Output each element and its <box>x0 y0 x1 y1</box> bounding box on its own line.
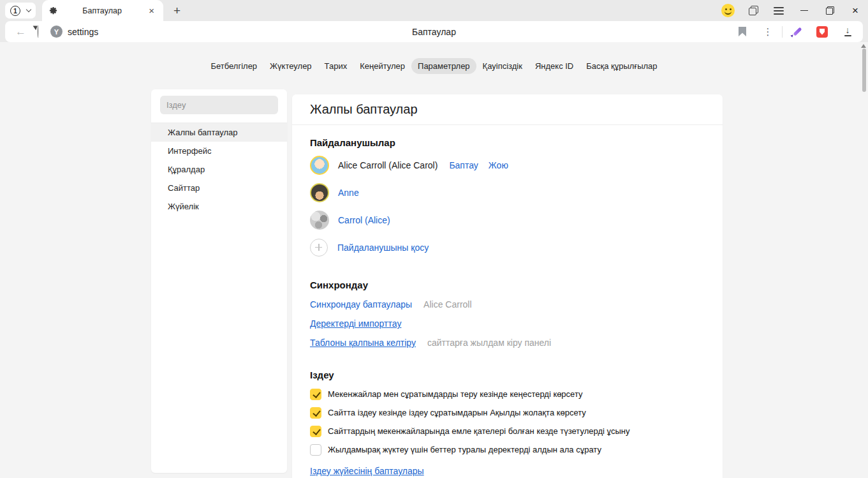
browser-tab-settings[interactable]: Баптаулар × <box>42 0 163 21</box>
smiley-avatar-icon <box>721 4 735 17</box>
sidebar-item-system[interactable]: Жүйелік <box>151 197 287 216</box>
window-minimize-button[interactable] <box>791 0 817 21</box>
sync-section-title: Синхрондау <box>310 280 705 290</box>
tab-title: Баптаулар <box>62 6 142 15</box>
restore-tableau-note: сайттарға жылдам кіру панелі <box>427 338 551 348</box>
topnav-extensions[interactable]: Кеңейтулер <box>353 58 411 74</box>
checkbox[interactable] <box>310 389 321 400</box>
checkbox-row[interactable]: Сайтта іздеу кезінде іздеу сұратымдарын … <box>310 403 705 422</box>
sidebar-item-sites[interactable]: Сайттар <box>151 179 287 197</box>
user-name-link[interactable]: Anne <box>338 188 359 198</box>
user-row: Alice Carroll (Alice Carol) Баптау Жою <box>310 151 705 179</box>
checkbox[interactable] <box>310 444 321 456</box>
tab-close-icon[interactable]: × <box>146 4 157 17</box>
chevron-down-icon[interactable] <box>26 7 31 12</box>
user-name: Alice Carroll (Alice Carol) <box>338 160 438 170</box>
scrollbar-thumb[interactable] <box>862 49 866 92</box>
checkbox-label: Сайттардың мекенжайларында емле қателері… <box>328 426 630 436</box>
profile-avatar-button[interactable] <box>715 0 740 21</box>
topnav-bookmarks[interactable]: Бетбелгілер <box>204 58 263 74</box>
topnav-security[interactable]: Қауіпсіздік <box>476 58 529 74</box>
checkbox-label: Мекенжайлар мен сұратымдарды теру кезінд… <box>328 389 583 399</box>
window-restore-button[interactable] <box>817 0 842 21</box>
user-avatar <box>310 211 329 230</box>
checkbox-label: Сайтта іздеу кезінде іздеу сұратымдарын … <box>328 408 586 417</box>
restore-tableau-link[interactable]: Таблоны қалпына келтіру <box>310 338 416 348</box>
settings-gear-icon <box>48 6 58 15</box>
topnav-yandex-id[interactable]: Яндекс ID <box>529 58 580 74</box>
scrollbar-up-arrow[interactable] <box>861 44 866 48</box>
checkbox[interactable] <box>310 407 321 419</box>
site-favicon: Y <box>50 26 63 38</box>
checkbox-row[interactable]: Сайттардың мекенжайларында емле қателері… <box>310 422 705 440</box>
url-field[interactable]: Y settings <box>50 26 98 38</box>
import-data-link[interactable]: Деректерді импорттау <box>310 318 401 329</box>
pen-icon <box>791 26 802 38</box>
sync-settings-note: Alice Carroll <box>423 299 471 310</box>
plus-circle-icon <box>310 239 328 257</box>
refresh-button[interactable] <box>38 26 39 38</box>
minimize-icon <box>800 10 808 11</box>
close-icon: × <box>852 5 858 16</box>
user-row: Anne <box>310 179 705 206</box>
tab-bar: 1 Баптаулар × + × <box>0 0 868 21</box>
refresh-icon <box>38 26 39 38</box>
main-panel-title: Жалпы баптаулар <box>292 94 723 125</box>
back-button[interactable]: ← <box>15 26 26 37</box>
checkbox-label: Жылдамырақ жүктеу үшін беттер туралы дер… <box>328 445 601 454</box>
user-name-link[interactable]: Carrol (Alice) <box>338 215 390 225</box>
search-engine-settings-link[interactable]: Іздеу жүйесінің баптаулары <box>310 466 424 476</box>
more-actions-button[interactable]: ⋮ <box>755 21 781 42</box>
sync-row: Синхрондау баптаулары Alice Carroll <box>310 295 705 314</box>
download-icon: ↓ <box>844 27 851 36</box>
tab-list-button[interactable]: 1 <box>5 3 36 19</box>
adblock-button[interactable] <box>809 21 835 42</box>
search-section-title: Іздеу <box>310 370 705 380</box>
titlebar-actions: × <box>715 0 868 21</box>
user-configure-link[interactable]: Баптау <box>449 160 478 170</box>
sidebar-item-general[interactable]: Жалпы баптаулар <box>151 123 287 142</box>
tab-panel-button[interactable] <box>740 0 766 21</box>
bookmark-button[interactable] <box>730 21 755 42</box>
windows-stack-icon <box>749 6 758 15</box>
user-row: Carrol (Alice) <box>310 206 705 234</box>
topnav-settings[interactable]: Параметрлер <box>411 58 476 74</box>
new-tab-button[interactable]: + <box>170 4 184 18</box>
sidebar-item-tools[interactable]: Құралдар <box>151 160 287 179</box>
sync-row: Деректерді импорттау <box>310 314 705 333</box>
checkbox-row[interactable]: Жылдамырақ жүктеу үшін беттер туралы дер… <box>310 440 705 459</box>
user-delete-link[interactable]: Жою <box>489 160 508 170</box>
hamburger-icon <box>774 10 784 11</box>
add-user-row: Пайдаланушыны қосу <box>310 234 705 261</box>
restore-icon <box>826 6 834 15</box>
bookmark-icon <box>739 27 746 36</box>
main-menu-button[interactable] <box>766 0 791 21</box>
add-user-link[interactable]: Пайдаланушыны қосу <box>337 243 429 253</box>
address-bar: ← Y settings Баптаулар ⋮ ↓ <box>0 21 868 42</box>
settings-page: Бетбелгілер Жүктеулер Тарих Кеңейтулер П… <box>0 42 868 478</box>
topnav-history[interactable]: Тарих <box>318 58 354 74</box>
kebab-dots-icon: ⋮ <box>763 27 773 36</box>
user-avatar <box>310 183 329 202</box>
user-avatar <box>310 156 329 175</box>
alice-pen-button[interactable] <box>784 21 809 42</box>
adblock-shield-icon <box>816 26 828 38</box>
downloads-button[interactable]: ↓ <box>835 21 860 42</box>
sync-settings-link[interactable]: Синхрондау баптаулары <box>310 299 412 310</box>
toolbar-divider <box>782 26 783 38</box>
settings-sidebar: Жалпы баптаулар Интерфейс Құралдар Сайтт… <box>151 89 287 473</box>
checkbox-row[interactable]: Мекенжайлар мен сұратымдарды теру кезінд… <box>310 385 705 403</box>
tab-count-badge: 1 <box>10 6 20 16</box>
settings-main-panel: Жалпы баптаулар Пайдаланушылар Alice Car… <box>292 94 723 478</box>
users-section-title: Пайдаланушылар <box>310 137 705 148</box>
topnav-downloads[interactable]: Жүктеулер <box>263 58 318 74</box>
topnav-other-devices[interactable]: Басқа құрылғылар <box>580 58 663 74</box>
sync-row: Таблоны қалпына келтіру сайттарға жылдам… <box>310 333 705 352</box>
settings-search-input[interactable] <box>160 96 278 114</box>
sidebar-item-interface[interactable]: Интерфейс <box>151 142 287 160</box>
settings-top-nav: Бетбелгілер Жүктеулер Тарих Кеңейтулер П… <box>0 42 868 74</box>
checkbox[interactable] <box>310 426 321 437</box>
window-close-button[interactable]: × <box>842 0 868 21</box>
url-text: settings <box>68 27 98 37</box>
